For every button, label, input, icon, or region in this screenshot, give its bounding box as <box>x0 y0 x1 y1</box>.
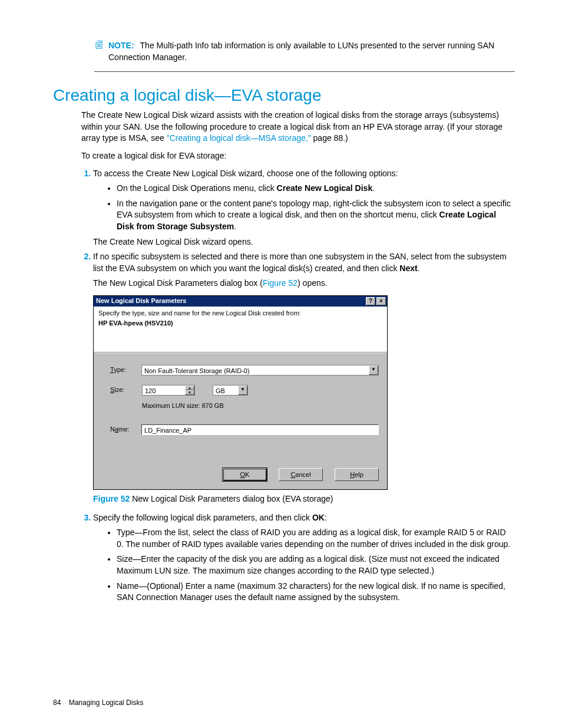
dialog-instruction: Specify the type, size and name for the … <box>98 309 382 318</box>
spin-down-icon[interactable]: ▼ <box>185 390 194 395</box>
help-titlebar-button[interactable]: ? <box>366 297 375 305</box>
cancel-button[interactable]: Cancel <box>279 468 323 481</box>
step-3: Specify the following logical disk param… <box>93 512 515 604</box>
step-1: To access the Create New Logical Disk wi… <box>93 168 515 248</box>
help-button[interactable]: Help <box>335 468 379 481</box>
step-1-bullet-1: On the Logical Disk Operations menu, cli… <box>117 183 515 195</box>
intro-paragraph: The Create New Logical Disk wizard assis… <box>81 110 515 144</box>
chevron-down-icon[interactable]: ▼ <box>238 386 247 395</box>
type-combo[interactable]: Non Fault-Tolerant Storage (RAID-0) ▼ <box>141 365 379 375</box>
chevron-down-icon[interactable]: ▼ <box>369 365 378 375</box>
unit-combo[interactable]: GB ▼ <box>213 385 248 396</box>
size-spinner[interactable]: 120 ▲ ▼ <box>142 385 195 396</box>
spin-up-icon[interactable]: ▲ <box>185 386 194 390</box>
intro-paragraph-2: To create a logical disk for EVA storage… <box>81 150 515 162</box>
ok-button[interactable]: OK <box>223 468 267 481</box>
step-3-bullet-type: Type—From the list, select the class of … <box>117 527 515 550</box>
step-3-bullet-name: Name—(Optional) Enter a name (maximum 32… <box>117 581 515 604</box>
page-number: 84 <box>53 699 61 707</box>
steps-list: To access the Create New Logical Disk wi… <box>81 168 515 604</box>
note-text: The Multi-path Info tab information is o… <box>108 41 494 62</box>
note-icon <box>94 40 105 52</box>
msa-link[interactable]: "Creating a logical disk—MSA storage," <box>167 133 311 143</box>
chapter-name: Managing Logical Disks <box>69 699 144 707</box>
size-label: Size: <box>110 386 142 394</box>
note-block: NOTE:The Multi-path Info tab information… <box>94 40 515 72</box>
step-3-bullet-size: Size—Enter the capacity of the disk you … <box>117 554 515 577</box>
step-2: If no specific subsystem is selected and… <box>93 251 515 505</box>
section-heading: Creating a logical disk—EVA storage <box>53 86 515 105</box>
figure-ref-link[interactable]: Figure 52 <box>263 278 297 288</box>
note-label: NOTE: <box>108 41 134 50</box>
name-input[interactable]: LD_Finance_AP <box>141 424 379 435</box>
type-label: Type: <box>110 365 141 374</box>
new-logical-disk-dialog: New Logical Disk Parameters ? × Specify … <box>93 295 388 490</box>
step-1-bullet-2: In the navigation pane or the content pa… <box>117 198 515 233</box>
dialog-device: HP EVA-hpeva (HSV210) <box>98 319 382 328</box>
page-footer: 84 Managing Logical Disks <box>53 699 143 707</box>
name-label: Name: <box>110 425 141 434</box>
max-lun-text: Maximum LUN size: 870 GB <box>142 401 379 410</box>
dialog-title: New Logical Disk Parameters <box>96 297 365 305</box>
figure-caption: Figure 52 New Logical Disk Parameters di… <box>93 493 515 505</box>
close-titlebar-button[interactable]: × <box>376 297 386 305</box>
